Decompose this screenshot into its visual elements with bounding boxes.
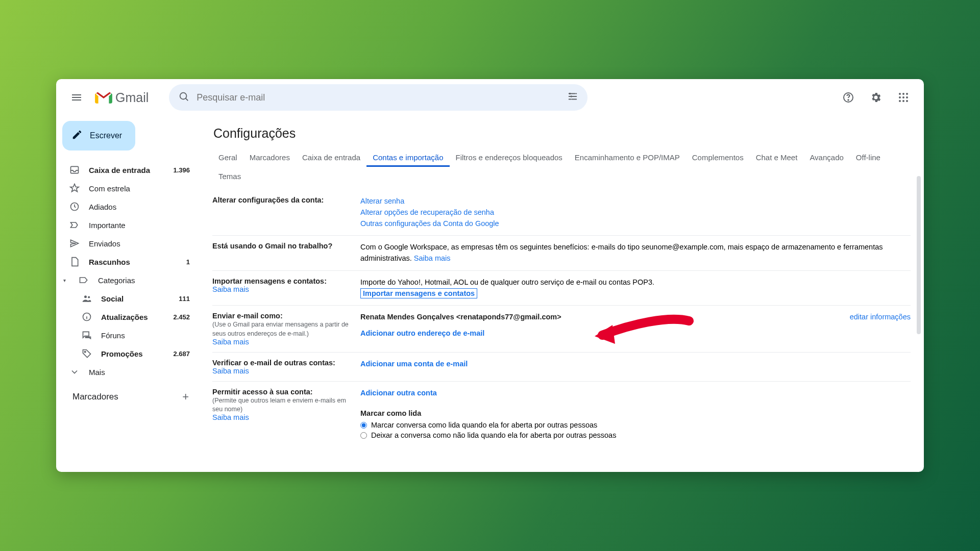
- info-icon: [82, 312, 92, 322]
- link-change-password[interactable]: Alterar senha: [360, 197, 404, 205]
- settings-gear-icon[interactable]: [865, 86, 887, 109]
- tab-advanced[interactable]: Avançado: [803, 148, 849, 167]
- tag-icon: [82, 348, 92, 359]
- star-icon: [69, 183, 80, 193]
- radio-leave-unread-input[interactable]: [360, 432, 367, 439]
- svg-point-8: [906, 93, 908, 95]
- apps-grid-icon[interactable]: [892, 86, 915, 109]
- link-add-address[interactable]: Adicionar outro endereço de e-mail: [360, 329, 484, 337]
- topbar: Gmail: [56, 79, 924, 116]
- radio-mark-read[interactable]: Marcar conversa como lida quando ela for…: [360, 421, 911, 429]
- nav-starred[interactable]: Com estrela: [61, 179, 199, 197]
- svg-point-12: [899, 100, 901, 102]
- row-workspace: Está usando o Gmail no trabalho? Com o G…: [212, 236, 911, 271]
- svg-point-5: [848, 99, 849, 101]
- svg-point-20: [84, 351, 86, 353]
- chevron-down-icon: [69, 367, 80, 377]
- link-add-delegate[interactable]: Adicionar outra conta: [360, 389, 437, 397]
- inbox-icon: [69, 165, 80, 175]
- add-label-icon[interactable]: +: [182, 390, 189, 404]
- link-sendas-more[interactable]: Saiba mais: [212, 338, 249, 346]
- tab-labels[interactable]: Marcadores: [243, 148, 296, 167]
- svg-point-11: [906, 96, 908, 98]
- svg-point-6: [899, 93, 901, 95]
- svg-point-2: [571, 95, 573, 97]
- clock-icon: [69, 202, 80, 212]
- svg-point-9: [899, 96, 901, 98]
- people-icon: [82, 293, 92, 304]
- svg-point-0: [180, 93, 187, 99]
- row-grant-access: Permitir acesso à sua conta: (Permite qu…: [212, 382, 911, 446]
- link-other-google[interactable]: Outras configurações da Conta do Google: [360, 219, 499, 228]
- settings-tabs: Geral Marcadores Caixa de entrada Contas…: [212, 148, 911, 186]
- important-icon: [69, 220, 80, 230]
- search-input[interactable]: [197, 92, 560, 103]
- row-import: Importar mensagens e contatos: Saiba mai…: [212, 271, 911, 306]
- send-icon: [69, 238, 80, 248]
- svg-point-1: [569, 93, 571, 95]
- svg-point-17: [84, 295, 87, 298]
- tab-themes[interactable]: Temas: [212, 167, 247, 186]
- gmail-wordmark: Gmail: [115, 90, 149, 105]
- radio-leave-unread[interactable]: Deixar a conversa como não lida quando e…: [360, 431, 911, 439]
- link-add-mail-account[interactable]: Adicionar uma conta de e-mail: [360, 360, 468, 368]
- nav-drafts[interactable]: Rascunhos 1: [61, 253, 199, 271]
- link-grant-more[interactable]: Saiba mais: [212, 413, 249, 421]
- link-check-more[interactable]: Saiba mais: [212, 367, 249, 375]
- settings-main: Configurações Geral Marcadores Caixa de …: [199, 116, 924, 472]
- search-options-icon[interactable]: [567, 91, 578, 104]
- nav-updates[interactable]: Atualizações 2.452: [61, 308, 199, 326]
- labels-header: Marcadores +: [61, 381, 199, 408]
- svg-point-13: [902, 100, 904, 102]
- tab-filters[interactable]: Filtros e endereços bloqueados: [450, 148, 569, 167]
- forum-icon: [82, 330, 92, 340]
- gmail-logo[interactable]: Gmail: [95, 90, 149, 105]
- tab-inbox[interactable]: Caixa de entrada: [296, 148, 366, 167]
- nav-important[interactable]: Importante: [61, 216, 199, 234]
- nav-promotions[interactable]: Promoções 2.687: [61, 344, 199, 363]
- gmail-window: Gmail Escrever Caixa de entrada: [56, 79, 924, 472]
- sendas-identity: Renata Mendes Gonçalves <renataponds77@g…: [360, 313, 561, 321]
- caret-down-icon: ▾: [63, 278, 68, 283]
- nav-snoozed[interactable]: Adiados: [61, 197, 199, 216]
- nav-more[interactable]: Mais: [61, 363, 199, 381]
- search-icon: [178, 91, 189, 104]
- nav-inbox[interactable]: Caixa de entrada 1.396: [61, 161, 199, 179]
- tab-general[interactable]: Geral: [212, 148, 243, 167]
- tab-forwarding[interactable]: Encaminhamento e POP/IMAP: [569, 148, 686, 167]
- tab-offline[interactable]: Off-line: [850, 148, 887, 167]
- link-import-messages[interactable]: Importar mensagens e contatos: [360, 288, 477, 298]
- link-workspace-more[interactable]: Saiba mais: [414, 254, 451, 262]
- svg-point-7: [902, 93, 904, 95]
- compose-label: Escrever: [90, 131, 122, 140]
- search-bar[interactable]: [169, 84, 587, 111]
- nav-forums[interactable]: Fóruns: [61, 326, 199, 344]
- svg-point-14: [906, 100, 908, 102]
- row-send-as: Enviar e-mail como: (Use o Gmail para en…: [212, 306, 911, 353]
- sidebar: Escrever Caixa de entrada 1.396 Com estr…: [56, 116, 199, 472]
- radio-mark-read-input[interactable]: [360, 422, 367, 429]
- link-import-more[interactable]: Saiba mais: [212, 285, 249, 293]
- nav-categories[interactable]: ▾ Categorias: [61, 271, 199, 289]
- help-icon[interactable]: [837, 86, 860, 109]
- page-title: Configurações: [213, 126, 911, 141]
- link-edit-info[interactable]: editar informações: [850, 312, 911, 323]
- link-change-recovery[interactable]: Alterar opções de recuperação de senha: [360, 208, 494, 216]
- file-icon: [69, 257, 80, 267]
- label-icon: [79, 275, 89, 285]
- compose-button[interactable]: Escrever: [62, 121, 135, 151]
- svg-point-10: [902, 96, 904, 98]
- main-menu-icon[interactable]: [65, 86, 88, 109]
- tab-chat[interactable]: Chat e Meet: [750, 148, 804, 167]
- tab-addons[interactable]: Complementos: [686, 148, 750, 167]
- row-check-mail: Verificar o e-mail de outras contas: Sai…: [212, 353, 911, 382]
- nav-sent[interactable]: Enviados: [61, 234, 199, 253]
- tab-accounts[interactable]: Contas e importação: [366, 148, 449, 167]
- svg-point-18: [88, 296, 90, 298]
- nav-social[interactable]: Social 111: [61, 289, 199, 308]
- pencil-icon: [71, 129, 83, 142]
- row-account-settings: Alterar configurações da conta: Alterar …: [212, 190, 911, 236]
